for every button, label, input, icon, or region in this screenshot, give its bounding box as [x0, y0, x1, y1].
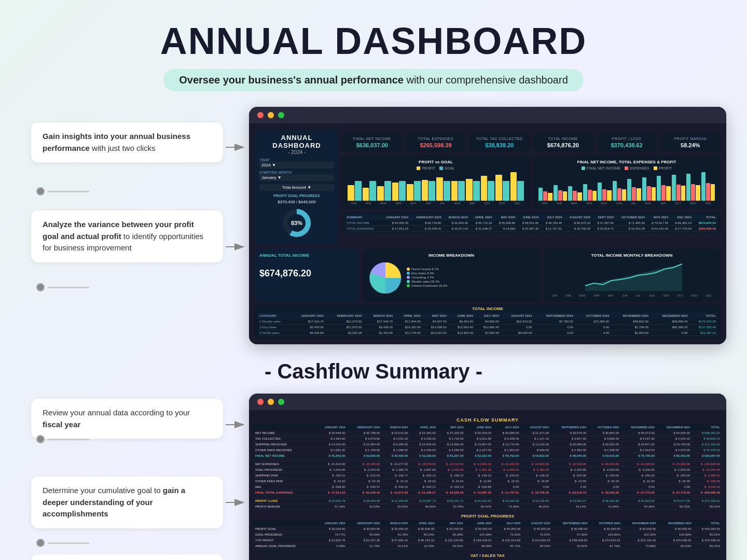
summary-header-dec: DEC 2024 [670, 214, 694, 220]
browser-top-bar [249, 107, 726, 123]
label-bubble-1: Gain insights into your annual business … [31, 122, 223, 162]
final-net-title: FINAL NET INCOME, TOTAL EXPENSES & PROFI… [537, 160, 716, 164]
cashflow-preview: CASH FLOW SUMMARY JANUARY 2024FEBRUARY 2… [249, 394, 726, 560]
bottom-section: Review your annual data according to you… [0, 388, 747, 560]
slider-control-2[interactable] [36, 283, 89, 291]
final-net-income-chart: FINAL NET INCOME, TOTAL EXPENSES & PROFI… [533, 156, 720, 209]
browser-dot-yellow[interactable] [268, 112, 274, 118]
vat-section: VAT / SALES TAX JANUARY 2024FEBRUARY 202… [253, 553, 722, 560]
kpi-profit-margin: PROFIT MARGIN 58.24% [660, 134, 720, 151]
dashboard-controls-panel: ANNUAL DASHBOARD - 2024 - YEAR 2024 ▼ ST… [255, 130, 338, 245]
dashboard-preview-top: ANNUAL DASHBOARD - 2024 - YEAR 2024 ▼ ST… [249, 107, 726, 344]
kpi-total-expenses: TOTAL EXPENSES $265,598.39 [406, 134, 466, 151]
legend-expenses: EXPENSES [625, 166, 649, 170]
cf-row-profit-margin: PROFIT MARGIN 57.19%52.94%50.42% 60.06%6… [253, 504, 722, 510]
label3-bold: fiscal year [43, 420, 80, 429]
summary-header-jul: JULY 2024 [541, 214, 564, 220]
dashboard-inner: ANNUAL DASHBOARD - 2024 - YEAR 2024 ▼ ST… [249, 123, 726, 344]
cf-row-final-expenses: FINAL TOTAL EXPENSES $ -17,911.23$ -25,2… [253, 490, 722, 496]
label-bubble-5: Identify your total tax payments and col… [31, 554, 223, 560]
slider-control-4[interactable] [36, 539, 89, 547]
kpi-final-net-income: FINAL NET INCOME $636,037.00 [342, 134, 402, 151]
slider-control-1[interactable] [36, 187, 89, 195]
income-line-chart-svg [548, 260, 716, 291]
cf-row-shipping: SHIPPING RECEIVED $ 14,515.00$ 21,084.00… [253, 442, 722, 447]
final-net-bars [537, 172, 716, 201]
summary-header-sep: SEPT 2024 [592, 214, 616, 220]
cashflow-browser-bar [249, 394, 726, 410]
label3-regular: Review your annual data according to you… [43, 408, 190, 417]
cf-row-profit-loss: PROFIT / LOSS $ 23,930.78$ 28,406.58$ 15… [253, 498, 722, 504]
bottom-charts-row: ANNUAL TOTAL INCOME $674,876.20 INCOME B… [255, 249, 720, 301]
summary-header-nov: NOV 2024 [647, 214, 670, 220]
subtitle-bold: Oversee your business's annual performan… [179, 74, 404, 86]
summary-header-mar: MARCH 2024 [444, 214, 470, 220]
pg-row-goal: PROFIT GOAL $ 30,000.00$ 30,000.00$ 35,0… [253, 526, 722, 532]
cf-row-goal-progress: GOAL PROGRESS $ -1,545.00$ -2,203.50$ -1… [253, 467, 722, 473]
annual-total-income-panel: ANNUAL TOTAL INCOME $674,876.20 [255, 249, 359, 301]
total-income-monthly-chart: TOTAL INCOME MONTHLY BREAKDOWN JANFEBMAR… [544, 249, 720, 301]
slider-control-3[interactable] [36, 435, 89, 443]
cashflow-dot-red[interactable] [257, 399, 264, 405]
subtitle-bar: Oversee your business's annual performan… [163, 69, 584, 91]
profit-vs-goal-chart: PROFIT vs GOAL PROFIT GOAL [342, 156, 529, 209]
kpi-row: FINAL NET INCOME $636,037.00 TOTAL EXPEN… [342, 134, 720, 151]
summary-header-jan: JANUARY 2024 [380, 214, 411, 220]
pie-legend: Florist Income 8.7% Etsy Sales 8.2% Cons… [407, 268, 448, 288]
pg-row-annual-goal: ANNUAL GOAL PROGRESS 5.38%11.76%15.21% 2… [253, 543, 722, 549]
summary-header-may: MAY 2024 [494, 214, 517, 220]
cashflow-browser-window: CASH FLOW SUMMARY JANUARY 2024FEBRUARY 2… [249, 394, 726, 560]
subtitle-regular: with our comprehensive dashboard [404, 74, 568, 86]
browser-dot-green[interactable] [278, 112, 284, 118]
summary-table-area: SUMMARY JANUARY 2024 FEBRUARY 2024 MARCH… [342, 212, 720, 234]
total-income-table-area: TOTAL INCOME CATEGORY JANUARY 2024FEBRUA… [255, 304, 720, 338]
summary-row-total-income: TOTAL INCOME $ 44,406.00$ 56,733.80$ 32,… [344, 220, 718, 226]
legend-profit-2: PROFIT [654, 166, 672, 170]
cashflow-section-header: - Cashflow Summary - [0, 349, 747, 388]
summary-header-total: TOTAL [694, 214, 718, 220]
cf-row-other-fees: OTHER FEES RECEIVED $ 1,681.00$ 1,783.00… [253, 447, 722, 453]
income-breakdown-chart: INCOME BREAKDOWN [363, 249, 540, 301]
label-bubble-3: Review your annual data according to you… [31, 399, 223, 439]
cashflow-dot-yellow[interactable] [268, 399, 274, 405]
top-section: Gain insights into your annual business … [0, 102, 747, 349]
browser-window-top: ANNUAL DASHBOARD - 2024 - YEAR 2024 ▼ ST… [249, 107, 726, 344]
pg-row-goal-pct: GOAL PROGRESS 79.77%94.69%43.79% 80.24%9… [253, 532, 722, 538]
cashflow-dot-green[interactable] [278, 399, 284, 405]
summary-table: SUMMARY JANUARY 2024 FEBRUARY 2024 MARCH… [344, 214, 718, 232]
page-title: ANNUAL DASHBOARD [10, 21, 737, 62]
summary-header-oct: OCTOBER 2024 [616, 214, 647, 220]
summary-header-feb: FEBRUARY 2024 [410, 214, 443, 220]
summary-header-aug: AUGUST 2024 [564, 214, 592, 220]
kpi-profit-loss: PROFIT / LOSS $370,438.62 [597, 134, 657, 151]
cf-row-mal: MAL $ -568.50$ -540.57$ -546.21 $ -528.2… [253, 484, 722, 490]
legend-final-net: FINAL NET INCOME [582, 166, 620, 170]
profit-vs-goal-title: PROFIT vs GOAL [347, 160, 525, 164]
profit-goal-table: JANUARY 2024FEBRUARY 2024MARCH 2024 APRI… [253, 520, 722, 549]
dashboard-kpis-charts: FINAL NET INCOME $636,037.00 TOTAL EXPEN… [342, 130, 720, 245]
summary-row-total-expenses: TOTAL EXPENSES $ 17,951.23$ 29,248.42$ 1… [344, 226, 718, 232]
label-bubble-4: Determine your cumulative goal to gain a… [31, 477, 223, 528]
profit-vs-goal-bars [347, 172, 525, 201]
profit-goal-label: PROFIT GOAL PROGRESS [259, 194, 334, 198]
browser-dot-red[interactable] [257, 112, 264, 118]
label-bubble-2: Analyze the variance between your profit… [31, 211, 223, 262]
summary-header-category: SUMMARY [344, 214, 380, 220]
kpi-total-income: TOTAL INCOME $674,876.20 [533, 134, 593, 151]
dashboard-inner-title: ANNUAL DASHBOARD [259, 134, 334, 149]
profit-goal-section: PROFIT GOAL PROGRESS JANUARY 2024FEBRUAR… [253, 514, 722, 549]
summary-header-apr: APRIL 2024 [470, 214, 494, 220]
cashflow-content: CASH FLOW SUMMARY JANUARY 2024FEBRUARY 2… [249, 410, 726, 560]
svg-text:83%: 83% [291, 220, 302, 226]
label1-regular: with just two clicks [90, 144, 156, 152]
profit-vs-goal-legend: PROFIT GOAL [347, 166, 525, 170]
charts-row-top: PROFIT vs GOAL PROFIT GOAL [342, 156, 720, 209]
cf-row-shipping-paid: SHIPPING PAID $ -156.51$ -222.93$ -130.7… [253, 473, 722, 479]
page-header: ANNUAL DASHBOARD Oversee your business's… [0, 0, 747, 102]
final-net-legend: FINAL NET INCOME EXPENSES [537, 166, 716, 170]
income-row-shopify: 1 Shopify sales $17,416.70$21,070.50$17,… [257, 319, 718, 325]
cashflow-section-title: - Cashflow Summary - [265, 360, 482, 383]
pg-row-ytd-profit: YTD PROFIT $ 23,930.78$ 52,337.36$ 67,66… [253, 538, 722, 543]
cf-row-final-net: FINAL NET INCOME $ 41,842.00$ 53,655.00$… [253, 453, 722, 459]
income-breakdown-content: Florist Income 8.7% Etsy Sales 8.2% Cons… [367, 260, 535, 296]
